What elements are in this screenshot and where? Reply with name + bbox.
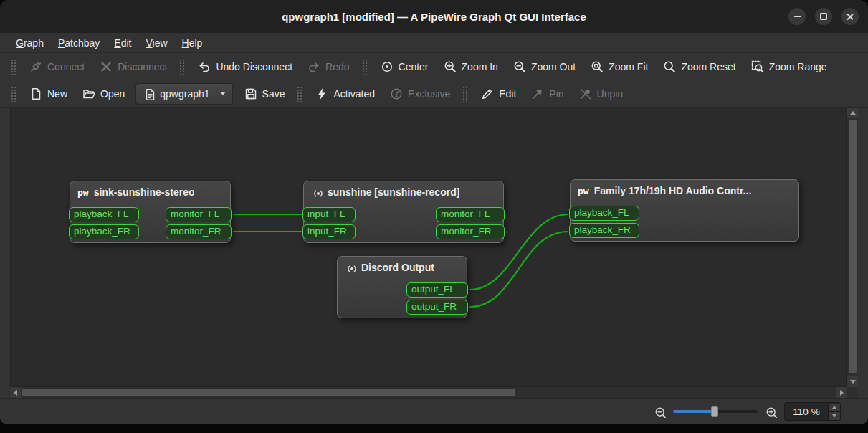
pin-button[interactable]: Pin [524,83,570,104]
edit-button[interactable]: Edit [474,83,523,104]
port-monitor_FL[interactable]: monitor_FL [436,207,505,222]
scroll-down-button[interactable] [847,376,858,387]
zoom-reset-icon [662,60,676,73]
redo-button[interactable]: Redo [300,56,356,77]
zoom-value[interactable]: 110 % [785,406,828,417]
toolbar-drag-handle[interactable] [362,59,368,75]
toolbar-drag-handle[interactable] [11,86,16,102]
titlebar: qpwgraph1 [modified] — A PipeWire Graph … [0,0,868,33]
port-playback_FL[interactable]: playback_FL [569,206,639,221]
vertical-scrollbar[interactable] [847,108,858,387]
zoom-in-icon[interactable] [765,406,777,418]
zoom-out-icon[interactable] [654,406,666,418]
pipewire-icon: pw [77,187,89,198]
graph-canvas[interactable]: pw sink-sunshine-stereo playback_FL play… [10,108,847,387]
scroll-up-button[interactable] [847,108,858,118]
qpwgraph-window: qpwgraph1 [modified] — A PipeWire Graph … [0,0,868,424]
toolbar-drag-handle[interactable] [11,59,16,75]
patchbay-preset-combo[interactable]: qpwgraph1 [135,83,232,105]
port-output_FL[interactable]: output_FL [406,282,468,298]
disconnect-icon [99,60,113,73]
minimize-icon [794,16,801,17]
node-title: Discord Output [361,262,434,273]
node-discord-output[interactable]: Discord Output output_FL output_FR [337,256,467,318]
port-monitor_FL[interactable]: monitor_FL [166,207,232,222]
open-button[interactable]: Open [75,83,131,104]
new-button[interactable]: New [22,83,74,104]
port-input_FL[interactable]: input_FL [302,207,356,222]
zoom-increment-button[interactable] [829,404,840,411]
menu-edit[interactable]: Edit [107,35,138,51]
zoom-fit-icon [590,60,604,73]
port-playback_FR[interactable]: playback_FR [569,223,639,238]
zoom-in-button[interactable]: Zoom In [437,56,505,77]
scroll-right-button[interactable] [836,387,847,398]
horizontal-scrollbar[interactable] [10,387,847,398]
arrow-left-icon [14,390,17,396]
exclusive-icon [389,87,403,100]
node-sunshine[interactable]: sunshine [sunshine-record] input_FL inpu… [303,181,504,243]
node-title: sink-sunshine-stereo [94,186,195,198]
pencil-icon [480,87,494,100]
arrow-up-icon [832,406,836,409]
connect-button[interactable]: Connect [22,56,91,77]
toolbar-drag-handle[interactable] [462,86,468,102]
toolbar-drag-handle[interactable] [179,59,185,75]
unpin-button[interactable]: Unpin [572,83,630,104]
arrow-up-icon [850,111,856,115]
pin-icon [530,87,544,100]
zoom-range-button[interactable]: Zoom Range [744,56,834,77]
port-playback_FR[interactable]: playback_FR [69,224,139,239]
toolbar-drag-handle[interactable] [297,86,302,102]
scrollbar-corner [847,387,858,398]
scroll-left-button[interactable] [10,387,21,398]
zoom-slider[interactable] [673,405,758,418]
patchbay-file-icon [143,87,155,100]
redo-icon [307,60,320,73]
zoom-slider-fill [673,410,715,413]
zoom-slider-handle[interactable] [711,406,718,417]
toolbar-graph: Connect Disconnect Undo Disconnect Redo … [0,53,868,80]
node-sink-sunshine-stereo[interactable]: pw sink-sunshine-stereo playback_FL play… [70,181,231,243]
exclusive-toggle[interactable]: Exclusive [383,83,457,104]
center-icon [380,60,394,73]
stream-node-icon [311,186,323,198]
save-button[interactable]: Save [237,83,292,104]
port-output_FR[interactable]: output_FR [406,300,468,315]
port-monitor_FR[interactable]: monitor_FR [436,224,505,239]
pipewire-icon: pw [578,186,589,196]
unpin-icon [578,87,592,100]
connect-icon [29,60,42,73]
zoom-decrement-button[interactable] [829,411,840,420]
node-title: sunshine [sunshine-record] [328,186,459,198]
menu-graph[interactable]: Graph [9,35,51,51]
menu-view[interactable]: View [138,35,174,51]
zoom-out-button[interactable]: Zoom Out [506,56,582,77]
save-icon [244,87,257,100]
menu-patchbay[interactable]: Patchbay [51,35,107,51]
cable-layer [10,108,847,387]
maximize-button[interactable] [815,8,832,25]
minimize-button[interactable] [788,8,806,25]
window-controls [788,8,859,25]
zoom-spinbox[interactable]: 110 % [784,402,841,421]
activated-toggle[interactable]: Activated [308,83,381,104]
zoom-fit-button[interactable]: Zoom Fit [583,56,654,77]
disconnect-button[interactable]: Disconnect [92,56,173,77]
zoom-range-icon [750,60,764,73]
vertical-scroll-thumb[interactable] [849,120,857,373]
port-playback_FL[interactable]: playback_FL [69,207,139,222]
menubar: Graph Patchbay Edit View Help [0,33,868,53]
arrow-down-icon [850,380,856,384]
port-input_FR[interactable]: input_FR [302,224,356,239]
menu-help[interactable]: Help [175,35,210,51]
patchbay-preset-value: qpwgraph1 [160,88,209,100]
port-monitor_FR[interactable]: monitor_FR [166,224,232,239]
zoom-reset-button[interactable]: Zoom Reset [656,56,742,77]
stream-node-icon [345,262,356,273]
center-button[interactable]: Center [373,56,435,77]
close-button[interactable] [841,8,859,25]
node-family-hd-audio[interactable]: pw Family 17h/19h HD Audio Contr... play… [570,179,799,242]
horizontal-scroll-thumb[interactable] [22,389,515,396]
undo-disconnect-button[interactable]: Undo Disconnect [191,56,299,77]
